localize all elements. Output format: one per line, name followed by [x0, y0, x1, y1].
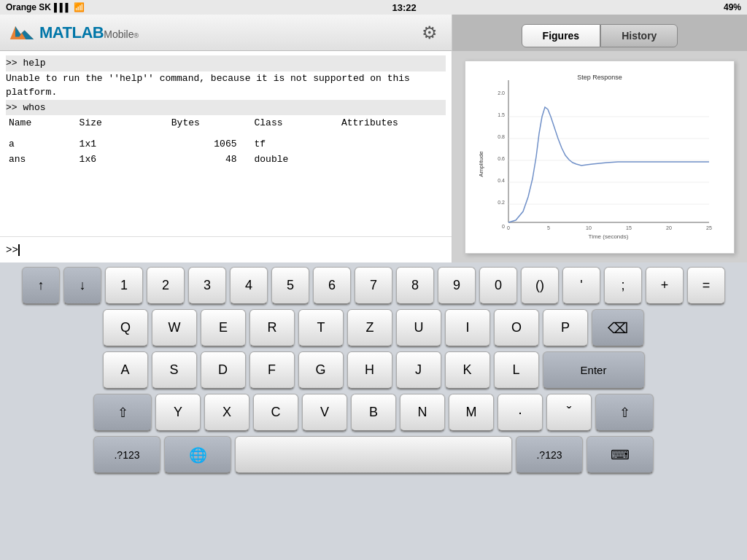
key-plus[interactable]: +: [646, 267, 684, 305]
key-3[interactable]: 3: [188, 267, 226, 305]
key-i[interactable]: I: [445, 309, 490, 347]
key-j[interactable]: J: [396, 351, 441, 389]
var-ans-bytes: 48: [135, 152, 240, 168]
key-2[interactable]: 2: [147, 267, 185, 305]
key-v[interactable]: V: [302, 394, 347, 432]
step-response-chart: Step Response Amplitude 0 0.2 0.4 0.6 0.…: [476, 69, 724, 244]
key-s[interactable]: S: [152, 351, 197, 389]
svg-text:0.8: 0.8: [498, 134, 505, 139]
col-class: Class: [240, 115, 320, 131]
tab-bar: Figures History: [452, 15, 747, 51]
console-panel: MATLAB Mobile ® ⚙ >> help Unable to run …: [0, 15, 452, 262]
svg-text:20: 20: [666, 225, 672, 230]
key-e[interactable]: E: [201, 309, 246, 347]
tab-history[interactable]: History: [600, 24, 678, 47]
key-f[interactable]: F: [249, 351, 295, 389]
figure-frame: Step Response Amplitude 0 0.2 0.4 0.6 0.…: [465, 61, 735, 254]
key-g[interactable]: G: [298, 351, 344, 389]
key-q[interactable]: Q: [103, 309, 148, 347]
col-bytes: Bytes: [135, 115, 240, 131]
keyboard-row-1: ↑ ↓ 1 2 3 4 5 6 7 8 9 0 () ' ; + =: [3, 267, 744, 305]
key-keyboard-dismiss[interactable]: ⌨: [587, 436, 654, 474]
key-5[interactable]: 5: [271, 267, 309, 305]
status-bar: Orange SK ▌▌▌ 📶 13:22 49%: [0, 0, 747, 15]
key-shift-left[interactable]: ⇧: [93, 394, 152, 432]
key-period[interactable]: ·: [498, 394, 543, 432]
key-p[interactable]: P: [543, 309, 588, 347]
key-space[interactable]: [235, 436, 512, 474]
key-1[interactable]: 1: [105, 267, 143, 305]
key-x[interactable]: X: [204, 394, 249, 432]
keyboard-row-4: ⇧ Y X C V B N M · ˇ ⇧: [3, 394, 744, 432]
key-4[interactable]: 4: [230, 267, 268, 305]
keyboard-area: ↑ ↓ 1 2 3 4 5 6 7 8 9 0 () ' ; + = Q W E…: [0, 262, 747, 560]
key-up-arrow[interactable]: ↑: [22, 267, 60, 305]
right-panel: Figures History Step Response Amplitude …: [452, 15, 747, 262]
keyboard-row-5: .?123 🌐 .?123 ⌨: [3, 436, 744, 474]
key-y[interactable]: Y: [155, 394, 201, 432]
key-d[interactable]: D: [201, 351, 246, 389]
key-m[interactable]: M: [449, 394, 494, 432]
key-9[interactable]: 9: [438, 267, 476, 305]
status-time: 13:22: [392, 2, 417, 13]
key-z[interactable]: Z: [347, 309, 392, 347]
var-a-attrs: [320, 131, 446, 152]
key-c[interactable]: C: [253, 394, 298, 432]
key-semicolon[interactable]: ;: [604, 267, 642, 305]
col-name: Name: [6, 115, 50, 131]
console-cursor: [18, 244, 20, 256]
svg-text:Time (seconds): Time (seconds): [589, 233, 629, 240]
svg-text:Step Response: Step Response: [577, 74, 622, 81]
var-a-class: tf: [240, 131, 320, 152]
key-equals[interactable]: =: [687, 267, 725, 305]
carrier-label: Orange SK: [6, 2, 51, 12]
key-num-toggle-left[interactable]: .?123: [93, 436, 160, 474]
key-l[interactable]: L: [494, 351, 539, 389]
key-7[interactable]: 7: [355, 267, 392, 305]
console-output: >> help Unable to run the ''help'' comma…: [0, 51, 452, 236]
key-comma[interactable]: ˇ: [546, 394, 592, 432]
key-apostrophe[interactable]: ': [562, 267, 600, 305]
var-ans-class: double: [240, 152, 320, 168]
wifi-icon: 📶: [74, 2, 85, 12]
key-t[interactable]: T: [298, 309, 344, 347]
figures-content: Step Response Amplitude 0 0.2 0.4 0.6 0.…: [452, 51, 747, 262]
settings-button[interactable]: ⚙: [417, 20, 443, 46]
status-right: 49%: [724, 2, 741, 12]
svg-text:0: 0: [507, 225, 510, 230]
matlab-text: MATLAB: [39, 23, 104, 42]
key-k[interactable]: K: [445, 351, 490, 389]
var-ans-size: 1x6: [50, 152, 135, 168]
key-backspace[interactable]: ⌫: [592, 309, 644, 347]
console-input-row[interactable]: >>: [0, 236, 452, 262]
tab-figures[interactable]: Figures: [522, 24, 601, 47]
trademark-icon: ®: [133, 32, 139, 39]
key-6[interactable]: 6: [313, 267, 351, 305]
key-u[interactable]: U: [396, 309, 441, 347]
key-enter[interactable]: Enter: [543, 351, 645, 389]
console-line-help-error: Unable to run the ''help'' command, beca…: [6, 71, 446, 86]
key-parens[interactable]: (): [521, 267, 559, 305]
key-w[interactable]: W: [152, 309, 197, 347]
svg-text:25: 25: [706, 225, 712, 230]
key-n[interactable]: N: [400, 394, 445, 432]
key-r[interactable]: R: [249, 309, 295, 347]
key-shift-right[interactable]: ⇧: [595, 394, 654, 432]
col-size: Size: [50, 115, 135, 131]
whos-table: Name Size Bytes Class Attributes a 1x1 1…: [6, 115, 446, 168]
matlab-logo-icon: [9, 20, 35, 46]
key-a[interactable]: A: [103, 351, 148, 389]
console-line-help-error2: platform.: [6, 85, 446, 100]
key-0[interactable]: 0: [479, 267, 517, 305]
whos-row-a: a 1x1 1065 tf: [6, 131, 446, 152]
key-b[interactable]: B: [351, 394, 396, 432]
key-num-toggle-right[interactable]: .?123: [516, 436, 583, 474]
svg-text:15: 15: [626, 225, 632, 230]
key-globe[interactable]: 🌐: [164, 436, 231, 474]
key-h[interactable]: H: [347, 351, 392, 389]
key-down-arrow[interactable]: ↓: [63, 267, 101, 305]
whos-header-row: Name Size Bytes Class Attributes: [6, 115, 446, 131]
key-8[interactable]: 8: [396, 267, 434, 305]
key-o[interactable]: O: [494, 309, 539, 347]
svg-text:Amplitude: Amplitude: [478, 151, 484, 177]
